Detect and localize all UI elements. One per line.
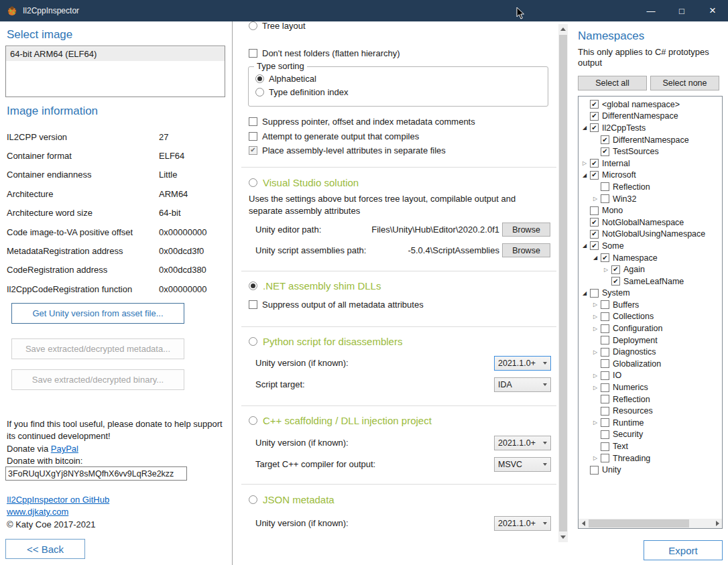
expander-collapsed-icon[interactable]: ▷ (580, 160, 589, 166)
namespace-tree-item[interactable]: ▷Numerics (579, 381, 722, 393)
type-def-index-radio-row[interactable]: Type definition index (255, 87, 349, 97)
namespace-tree-item[interactable]: ◢System (579, 288, 722, 300)
namespace-checkbox[interactable] (601, 336, 609, 344)
namespace-checkbox[interactable] (601, 359, 609, 368)
script-target-combo[interactable]: IDA (494, 377, 551, 392)
namespace-tree-item[interactable]: ◢✔Some (579, 240, 722, 252)
namespace-tree-item[interactable]: ▷Collections (579, 311, 722, 323)
expander-collapsed-icon[interactable]: ▷ (591, 314, 600, 320)
option-checkbox-row[interactable]: ✔Place assembly-level attributes in sepa… (249, 143, 475, 158)
namespace-checkbox[interactable] (601, 442, 609, 451)
radio-icon[interactable] (249, 495, 257, 504)
namespace-tree-item[interactable]: ▷✔Again (579, 263, 722, 275)
namespace-checkbox[interactable] (601, 182, 609, 191)
get-unity-version-button[interactable]: Get Unity version from asset file... (11, 303, 184, 324)
website-link[interactable]: www.djkaty.com (7, 507, 68, 517)
namespace-checkbox[interactable] (601, 418, 609, 427)
namespace-tree-item[interactable]: ▷Configuration (579, 322, 722, 334)
namespace-checkbox[interactable]: ✔ (590, 230, 599, 239)
cpp-project-radio-row[interactable]: C++ scaffolding / DLL injection project (249, 415, 432, 426)
namespace-checkbox[interactable]: ✔ (590, 100, 599, 109)
option-checkbox-row[interactable]: Suppress pointer, offset and index metad… (249, 115, 475, 129)
radio-icon[interactable] (249, 178, 257, 187)
scroll-left-arrow[interactable] (579, 519, 588, 528)
namespace-checkbox[interactable] (590, 466, 599, 475)
namespace-tree-item[interactable]: ▷Buffers (579, 299, 722, 311)
scroll-right-arrow[interactable] (713, 519, 722, 528)
expander-collapsed-icon[interactable]: ▷ (591, 302, 600, 308)
paypal-link[interactable]: PayPal (51, 444, 78, 454)
browse-editor-button[interactable]: Browse (502, 223, 550, 237)
namespace-tree-item[interactable]: ◢✔Namespace (579, 252, 722, 264)
tree-horizontal-scrollbar[interactable] (579, 519, 722, 528)
option-checkbox-row[interactable]: Attempt to generate output that compiles (249, 129, 475, 143)
expander-collapsed-icon[interactable]: ▷ (591, 196, 600, 202)
scroll-down-arrow[interactable] (558, 532, 568, 542)
namespace-tree-item[interactable]: ✔DifferentNamespace (579, 134, 722, 146)
namespace-checkbox[interactable] (601, 324, 609, 333)
expander-expanded-icon[interactable]: ◢ (580, 125, 589, 131)
expander-collapsed-icon[interactable]: ▷ (591, 326, 600, 332)
expander-collapsed-icon[interactable]: ▷ (591, 349, 600, 355)
expander-expanded-icon[interactable]: ◢ (591, 255, 600, 261)
expander-collapsed-icon[interactable]: ▷ (591, 373, 600, 379)
namespace-tree-item[interactable]: Globalization (579, 358, 722, 370)
namespace-checkbox[interactable] (601, 430, 609, 439)
radio-icon[interactable] (249, 337, 257, 346)
namespace-tree-item[interactable]: ▷Threading (579, 452, 722, 464)
namespace-tree-item[interactable]: ◢✔Microsoft (579, 170, 722, 182)
checkbox-icon[interactable] (249, 300, 257, 309)
python-script-radio-row[interactable]: Python script for disassemblers (249, 336, 402, 347)
namespace-checkbox[interactable] (601, 348, 609, 357)
namespace-checkbox[interactable] (601, 395, 609, 403)
namespace-tree-item[interactable]: ✔NotGlobalNamespace (579, 216, 722, 229)
namespace-tree-item[interactable]: ✔SameLeafName (579, 275, 722, 288)
namespace-tree-item[interactable]: Security (579, 429, 722, 441)
namespace-tree-item[interactable]: Resources (579, 405, 722, 417)
checkbox-icon[interactable]: ✔ (249, 146, 257, 155)
namespace-tree-item[interactable]: ▷✔Internal (579, 158, 722, 170)
json-metadata-radio-row[interactable]: JSON metadata (249, 494, 335, 505)
namespace-tree-item[interactable]: ▷Win32 (579, 193, 722, 205)
namespace-checkbox[interactable] (601, 407, 609, 416)
scrollbar-thumb[interactable] (559, 35, 567, 531)
namespace-tree-item[interactable]: ✔DifferentNamespace (579, 111, 722, 123)
back-button[interactable]: << Back (5, 539, 85, 559)
select-all-button[interactable]: Select all (578, 76, 647, 90)
minimize-button[interactable]: — (635, 0, 666, 21)
unity-version-combo[interactable]: 2021.1.0+ (494, 516, 551, 531)
maximize-button[interactable]: □ (666, 0, 697, 21)
select-none-button[interactable]: Select none (650, 76, 719, 90)
suppress-metadata-checkbox-row[interactable]: Suppress output of all metadata attribut… (249, 300, 424, 310)
unity-version-combo[interactable]: 2021.1.0+ (494, 436, 551, 450)
alphabetical-radio-row[interactable]: Alphabetical (255, 74, 316, 84)
browse-assemblies-button[interactable]: Browse (502, 243, 550, 257)
checkbox-icon[interactable] (249, 49, 257, 58)
expander-expanded-icon[interactable]: ◢ (580, 243, 589, 249)
radio-selected-icon[interactable] (249, 281, 257, 290)
scroll-up-arrow[interactable] (558, 24, 568, 34)
namespace-checkbox[interactable] (590, 289, 599, 298)
cpp-compiler-combo[interactable]: MSVC (494, 457, 551, 472)
namespace-checkbox[interactable]: ✔ (590, 112, 599, 121)
namespace-tree-item[interactable]: ▷Diagnostics (579, 346, 722, 358)
namespace-tree-item[interactable]: ✔NotGlobalUsingNamespace (579, 229, 722, 241)
namespace-tree-item[interactable]: Text (579, 440, 722, 452)
namespace-checkbox[interactable]: ✔ (611, 265, 620, 274)
namespace-tree-item[interactable]: ◢✔Il2CppTests (579, 122, 722, 134)
assemblies-path-value[interactable]: -5.0.4\ScriptAssemblies (334, 245, 499, 255)
github-link[interactable]: Il2CppInspector on GitHub (7, 495, 109, 505)
expander-expanded-icon[interactable]: ◢ (580, 290, 589, 296)
namespace-tree-item[interactable]: ▷IO (579, 370, 722, 382)
export-button[interactable]: Export (644, 540, 723, 560)
image-listbox[interactable]: 64-bit ARM64 (ELF64) (5, 46, 225, 97)
namespace-tree-item[interactable]: Deployment (579, 334, 722, 347)
expander-expanded-icon[interactable]: ◢ (580, 172, 589, 178)
tree-layout-radio-row[interactable]: Tree layout (249, 21, 306, 31)
namespace-checkbox[interactable]: ✔ (611, 277, 620, 286)
flatten-checkbox-row[interactable]: Don't nest folders (flatten hierarchy) (249, 48, 400, 58)
radio-icon[interactable] (249, 21, 257, 30)
namespace-tree-item[interactable]: Reflection (579, 393, 722, 405)
namespace-checkbox[interactable]: ✔ (590, 123, 599, 132)
namespace-tree-item[interactable]: Mono (579, 204, 722, 216)
